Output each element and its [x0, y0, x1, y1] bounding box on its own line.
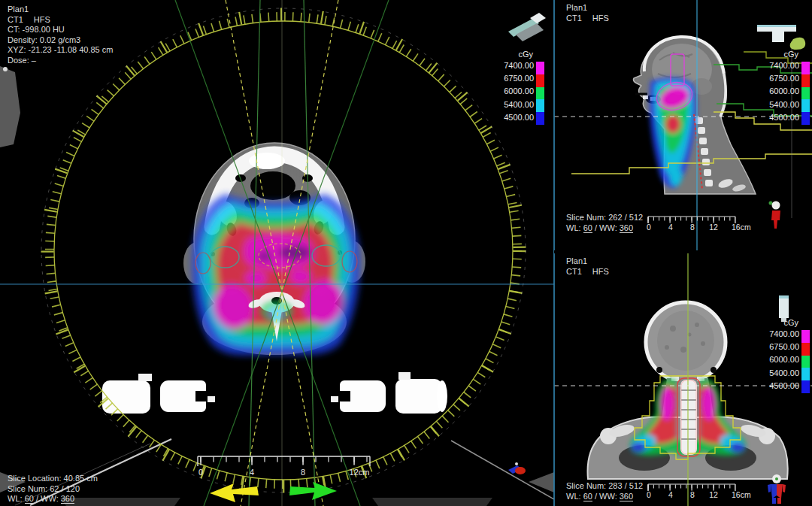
sagittal-slice-info: Slice Num: 262 / 512 WL: 60 / WW: 360 [566, 213, 643, 233]
coronal-ruler-labels: 0 4 8 12 16cm [647, 490, 751, 499]
svg-text:8: 8 [690, 223, 695, 232]
svg-text:16cm: 16cm [732, 490, 751, 499]
ww-value[interactable]: 360 [620, 492, 633, 501]
gantry-arrow-yellow[interactable] [210, 483, 259, 502]
wl-value[interactable]: 60 [583, 492, 592, 501]
orientation-marker-icon [508, 462, 526, 474]
dose-legend-title: cGy [518, 50, 544, 59]
axial-info-block: Plan1 CT1HFS CT: -998.00 HU Density: 0.0… [8, 5, 113, 65]
viewport-coronal[interactable]: 0 4 8 12 16cm Plan1 CT1HFS Slice Num: 28… [554, 253, 812, 506]
svg-text:4: 4 [668, 490, 673, 499]
svg-text:0: 0 [647, 223, 651, 232]
dose-legend-axial: cGy 7400.00 6750.00 6000.00 5400.00 4500… [490, 50, 544, 125]
viewport-axial[interactable]: 0 4 8 12cm Plan1 CT1HFS CT: -998.0 [0, 0, 554, 506]
svg-text:16cm: 16cm [732, 223, 751, 232]
coronal-header: Plan1 CT1HFS [566, 256, 609, 277]
wl-value[interactable]: 60 [583, 223, 592, 233]
treatment-planning-app: 0 4 8 12cm Plan1 CT1HFS CT: -998.0 [0, 0, 812, 506]
svg-text:8: 8 [301, 468, 305, 477]
svg-text:8: 8 [690, 490, 695, 499]
dose-legend-sagittal: cGy 7400.00 6750.00 6000.00 5400.00 4500… [750, 50, 810, 125]
svg-text:12: 12 [709, 223, 718, 232]
ww-value[interactable]: 360 [61, 494, 74, 504]
sagittal-ruler-labels: 0 4 8 12 16cm [647, 223, 751, 232]
svg-text:12cm: 12cm [350, 468, 370, 477]
coronal-spine [677, 378, 700, 456]
dose-colorbar [801, 62, 810, 125]
sagittal-header: Plan1 CT1HFS [566, 3, 609, 23]
axial-canvas[interactable]: 0 4 8 12cm [0, 0, 554, 506]
patient-orientation-icon [769, 201, 781, 229]
svg-text:0: 0 [647, 490, 651, 499]
couch-3d-icon [508, 13, 546, 41]
axial-slice-info: Slice Location: 40.85 cm Slice Num: 62 /… [8, 474, 98, 504]
svg-text:4: 4 [250, 468, 254, 477]
couch-icon-sagittal [757, 25, 805, 50]
wl-value[interactable]: 60 [25, 494, 34, 504]
dose-colorbar [536, 62, 544, 125]
dose-legend-coronal: cGy 7400.00 6750.00 6000.00 5400.00 4500… [750, 318, 810, 393]
panel-divider-horizontal [554, 250, 812, 253]
viewport-sagittal[interactable]: 0 4 8 12 16cm Plan1 CT1HFS Slice Num: 26… [554, 0, 812, 251]
coronal-slice-info: Slice Num: 283 / 512 WL: 60 / WW: 360 [566, 481, 643, 501]
dose-colorbar [801, 330, 810, 393]
svg-text:0: 0 [198, 468, 203, 477]
ww-value[interactable]: 360 [620, 223, 633, 233]
svg-text:12: 12 [709, 490, 718, 499]
gantry-arrow-green[interactable] [289, 482, 337, 500]
svg-text:4: 4 [668, 223, 673, 232]
